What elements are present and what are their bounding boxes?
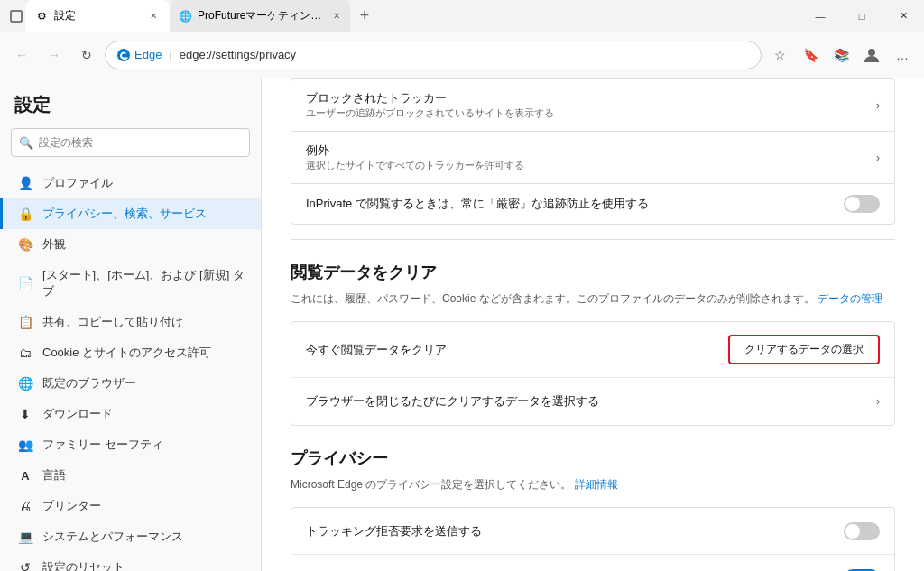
forward-button[interactable]: → bbox=[40, 41, 69, 69]
svg-point-1 bbox=[117, 49, 130, 61]
blocked-trackers-desc: ユーザーの追跡がブロックされているサイトを表示する bbox=[306, 106, 876, 120]
maximize-button[interactable]: □ bbox=[841, 0, 882, 32]
language-icon: A bbox=[17, 467, 33, 484]
share-icon: 📋 bbox=[17, 314, 33, 330]
tab-settings[interactable]: ⚙ 設定 ✕ bbox=[25, 0, 170, 32]
inprivate-toggle-knob bbox=[845, 197, 860, 211]
tracking-toggle-knob bbox=[845, 524, 860, 539]
tab-profuture-label: ProFutureマーケティングソリューション bbox=[198, 8, 327, 23]
main-layout: 設定 🔍 👤 プロファイル 🔒 プライバシー、検索、サービス 🎨 外観 📄 [ス… bbox=[0, 78, 924, 571]
privacy-detail-link[interactable]: 詳細情報 bbox=[575, 478, 618, 491]
svg-point-2 bbox=[868, 49, 875, 56]
toolbar-icons: ☆ 🔖 📚 … bbox=[765, 41, 917, 69]
more-button[interactable]: … bbox=[888, 41, 917, 69]
auto-clear-row[interactable]: ブラウザーを閉じるたびにクリアするデータを選択する › bbox=[291, 378, 894, 425]
clear-now-row: 今すぐ閲覧データをクリア クリアするデータの選択 bbox=[291, 322, 894, 378]
clear-now-info: 今すぐ閲覧データをクリア bbox=[306, 342, 728, 358]
favorites-button[interactable]: ☆ bbox=[765, 41, 794, 69]
inprivate-toggle[interactable] bbox=[844, 195, 880, 213]
search-input[interactable] bbox=[39, 136, 242, 149]
auto-clear-chevron: › bbox=[876, 395, 880, 408]
clear-now-label: 今すぐ閲覧データをクリア bbox=[306, 342, 728, 358]
exceptions-info: 例外 選択したサイトですべてのトラッカーを許可する bbox=[306, 143, 876, 172]
sidebar-item-profile-label: プロファイル bbox=[42, 175, 113, 191]
sidebar-item-appearance-label: 外観 bbox=[42, 236, 66, 253]
address-bar: ← → ↻ Edge | edge://settings/privacy ☆ 🔖… bbox=[0, 32, 924, 78]
search-box[interactable]: 🔍 bbox=[11, 128, 250, 157]
manage-data-link[interactable]: データの管理 bbox=[818, 292, 882, 305]
title-bar-left: ⚙ 設定 ✕ 🌐 ProFutureマーケティングソリューション ✕ + bbox=[0, 0, 799, 32]
sidebar-item-privacy-label: プライバシー、検索、サービス bbox=[42, 206, 207, 222]
sidebar-item-share[interactable]: 📋 共有、コピーして貼り付け bbox=[0, 307, 261, 337]
tab-settings-close[interactable]: ✕ bbox=[146, 9, 161, 23]
clear-data-button[interactable]: クリアするデータの選択 bbox=[728, 335, 880, 364]
sidebar-item-language-label: 言語 bbox=[42, 467, 66, 484]
profile-icon: 👤 bbox=[17, 175, 33, 191]
download-icon: ⬇ bbox=[17, 406, 33, 422]
back-button[interactable]: ← bbox=[7, 41, 36, 69]
refresh-button[interactable]: ↻ bbox=[72, 41, 101, 69]
exceptions-chevron: › bbox=[876, 152, 880, 164]
sidebar-item-privacy[interactable]: 🔒 プライバシー、検索、サービス bbox=[0, 198, 261, 229]
blocked-trackers-chevron: › bbox=[876, 99, 880, 112]
sidebar-item-share-label: 共有、コピーして貼り付け bbox=[42, 314, 183, 330]
sidebar-item-family[interactable]: 👥 ファミリー セーフティ bbox=[0, 429, 261, 460]
profile-button[interactable] bbox=[857, 41, 886, 69]
url-bar[interactable]: Edge | edge://settings/privacy bbox=[105, 41, 762, 69]
collection-button[interactable]: 📚 bbox=[827, 41, 855, 69]
sidebar-item-language[interactable]: A 言語 bbox=[0, 460, 261, 491]
sidebar-item-browser[interactable]: 🌐 既定のブラウザー bbox=[0, 368, 261, 399]
sidebar-item-newtab[interactable]: 📄 [スタート]、[ホーム]、および [新規] タブ bbox=[0, 260, 261, 307]
blocked-trackers-label: ブロックされたトラッカー bbox=[306, 90, 876, 106]
clear-data-card: 今すぐ閲覧データをクリア クリアするデータの選択 ブラウザーを閉じるたびにクリア… bbox=[291, 321, 895, 426]
window-icon bbox=[7, 0, 25, 32]
exceptions-desc: 選択したサイトですべてのトラッカーを許可する bbox=[306, 159, 876, 172]
sidebar: 設定 🔍 👤 プロファイル 🔒 プライバシー、検索、サービス 🎨 外観 📄 [ス… bbox=[0, 78, 262, 571]
privacy-section-desc: Microsoft Edge のプライバシー設定を選択してください。 詳細情報 bbox=[291, 476, 895, 493]
privacy-icon: 🔒 bbox=[17, 206, 33, 222]
title-bar: ⚙ 設定 ✕ 🌐 ProFutureマーケティングソリューション ✕ + — □… bbox=[0, 0, 924, 32]
blocked-trackers-row: ブロックされたトラッカー ユーザーの追跡がブロックされているサイトを表示する › bbox=[291, 78, 895, 131]
payment-row: 支払い方法が保存されているかどうかをサイトで確認できるようにする bbox=[291, 555, 894, 571]
reset-icon: ↺ bbox=[17, 559, 33, 571]
clear-now-action: クリアするデータの選択 bbox=[728, 335, 880, 364]
sidebar-title: 設定 bbox=[0, 93, 261, 128]
system-icon: 💻 bbox=[17, 529, 33, 545]
search-icon: 🔍 bbox=[19, 136, 33, 150]
sidebar-item-reset[interactable]: ↺ 設定のリセット bbox=[0, 552, 261, 571]
url-separator: | bbox=[169, 48, 171, 61]
tracking-info: トラッキング拒否要求を送信する bbox=[306, 523, 844, 539]
tab-profuture-close[interactable]: ✕ bbox=[332, 9, 341, 23]
bookmark-button[interactable]: 🔖 bbox=[796, 41, 825, 69]
profuture-tab-icon: 🌐 bbox=[179, 9, 192, 23]
sidebar-item-download-label: ダウンロード bbox=[42, 406, 113, 422]
sidebar-item-cookies[interactable]: 🗂 Cookie とサイトのアクセス許可 bbox=[0, 337, 261, 368]
inprivate-info: InPrivate で閲覧するときは、常に「厳密」な追跡防止を使用する bbox=[306, 196, 844, 212]
sidebar-item-family-label: ファミリー セーフティ bbox=[42, 437, 163, 453]
inprivate-row: InPrivate で閲覧するときは、常に「厳密」な追跡防止を使用する bbox=[291, 183, 895, 225]
tracking-toggle[interactable] bbox=[844, 522, 880, 540]
minimize-button[interactable]: — bbox=[799, 0, 841, 32]
new-tab-button[interactable]: + bbox=[350, 2, 379, 31]
settings-tab-icon: ⚙ bbox=[34, 9, 49, 23]
close-button[interactable]: ✕ bbox=[882, 0, 924, 32]
inprivate-label: InPrivate で閲覧するときは、常に「厳密」な追跡防止を使用する bbox=[306, 196, 844, 212]
sidebar-item-system-label: システムとパフォーマンス bbox=[42, 529, 183, 545]
sidebar-item-system[interactable]: 💻 システムとパフォーマンス bbox=[0, 521, 261, 552]
privacy-section: プライバシー Microsoft Edge のプライバシー設定を選択してください… bbox=[291, 447, 895, 571]
sidebar-item-printer[interactable]: 🖨 プリンター bbox=[0, 491, 261, 521]
family-icon: 👥 bbox=[17, 437, 33, 453]
tracking-label: トラッキング拒否要求を送信する bbox=[306, 523, 844, 539]
sidebar-item-download[interactable]: ⬇ ダウンロード bbox=[0, 399, 261, 429]
sidebar-item-profile[interactable]: 👤 プロファイル bbox=[0, 168, 261, 198]
exceptions-label: 例外 bbox=[306, 143, 876, 159]
tab-profuture[interactable]: 🌐 ProFutureマーケティングソリューション ✕ bbox=[170, 0, 350, 32]
sidebar-item-newtab-label: [スタート]、[ホーム]、および [新規] タブ bbox=[42, 267, 246, 299]
sidebar-item-cookies-label: Cookie とサイトのアクセス許可 bbox=[42, 345, 211, 361]
content-area: ブロックされたトラッカー ユーザーの追跡がブロックされているサイトを表示する ›… bbox=[262, 78, 924, 571]
exceptions-row: 例外 選択したサイトですべてのトラッカーを許可する › bbox=[291, 131, 895, 183]
clear-section-desc: これには、履歴、パスワード、Cookie などが含まれます。このプロファイルのデ… bbox=[291, 290, 895, 307]
svg-rect-0 bbox=[11, 11, 22, 22]
sidebar-item-appearance[interactable]: 🎨 外観 bbox=[0, 229, 261, 260]
tracking-row: トラッキング拒否要求を送信する bbox=[291, 508, 894, 555]
